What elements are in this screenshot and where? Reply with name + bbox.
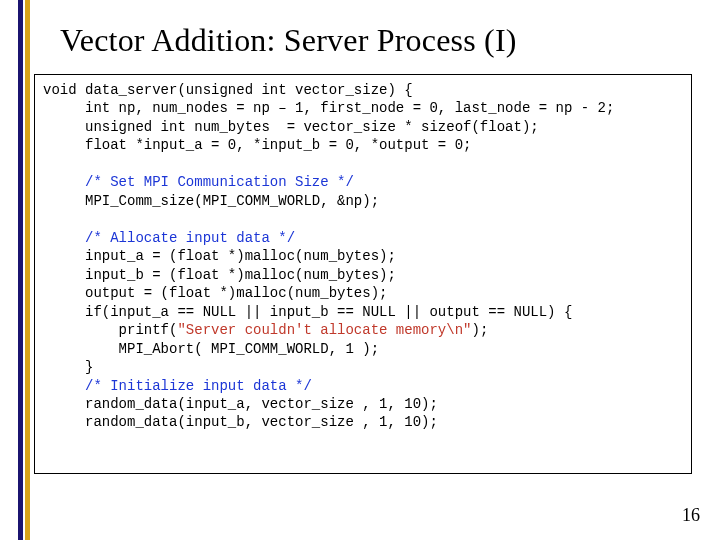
code-line: void data_server(unsigned int vector_siz… xyxy=(43,82,413,98)
code-string: "Server couldn't allocate memory\n" xyxy=(177,322,471,338)
code-line: MPI_Comm_size(MPI_COMM_WORLD, &np); xyxy=(43,193,379,209)
page-number: 16 xyxy=(682,505,700,526)
code-line: random_data(input_b, vector_size , 1, 10… xyxy=(43,414,438,430)
code-box: void data_server(unsigned int vector_siz… xyxy=(34,74,692,474)
code-line: input_b = (float *)malloc(num_bytes); xyxy=(43,267,396,283)
accent-bars xyxy=(18,0,30,540)
code-line: input_a = (float *)malloc(num_bytes); xyxy=(43,248,396,264)
code-line: if(input_a == NULL || input_b == NULL ||… xyxy=(43,304,572,320)
accent-bar-blue xyxy=(18,0,23,540)
code-line: } xyxy=(43,359,93,375)
slide: Vector Addition: Server Process (I) void… xyxy=(0,0,720,540)
accent-bar-gold xyxy=(25,0,30,540)
code-comment: /* Allocate input data */ xyxy=(43,230,295,246)
code-comment: /* Initialize input data */ xyxy=(43,378,312,394)
code-comment: /* Set MPI Communication Size */ xyxy=(43,174,354,190)
code-line: printf( xyxy=(43,322,177,338)
code-line: unsigned int num_bytes = vector_size * s… xyxy=(43,119,539,135)
code-line: ); xyxy=(471,322,488,338)
code-line: float *input_a = 0, *input_b = 0, *outpu… xyxy=(43,137,471,153)
slide-title: Vector Addition: Server Process (I) xyxy=(60,22,517,59)
code-line: output = (float *)malloc(num_bytes); xyxy=(43,285,387,301)
code-line: MPI_Abort( MPI_COMM_WORLD, 1 ); xyxy=(43,341,379,357)
code-line: random_data(input_a, vector_size , 1, 10… xyxy=(43,396,438,412)
code-line: int np, num_nodes = np – 1, first_node =… xyxy=(43,100,614,116)
